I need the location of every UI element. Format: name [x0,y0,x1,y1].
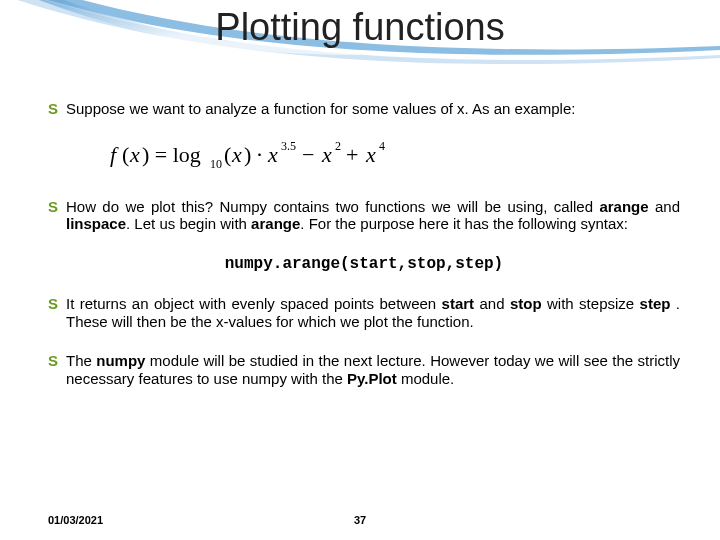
svg-text:x: x [231,142,242,167]
svg-text:f: f [110,142,119,167]
formula: f ( x ) = log 10 ( x ) · x 3.5 − x 2 + x… [110,140,680,172]
bullet-2-text: How do we plot this? Numpy contains two … [66,198,680,233]
code-syntax: numpy.arange(start,stop,step) [48,255,680,273]
footer-page-number: 37 [0,514,720,526]
svg-text:(: ( [224,142,231,167]
svg-text:−: − [302,142,314,167]
bullet-3: S It returns an object with evenly space… [48,295,680,330]
bullet-1: S Suppose we want to analyze a function … [48,100,680,118]
slide-title: Plotting functions [0,6,720,49]
svg-text:) ·: ) · [244,142,262,167]
slide: Plotting functions S Suppose we want to … [0,0,720,540]
svg-text:x: x [365,142,376,167]
bullet-1-text: Suppose we want to analyze a function fo… [66,100,680,118]
svg-text:(: ( [122,142,129,167]
bullet-marker-icon: S [48,198,66,216]
bullet-4: S The numpy module will be studied in th… [48,352,680,387]
bullet-2: S How do we plot this? Numpy contains tw… [48,198,680,233]
svg-text:2: 2 [335,140,341,153]
svg-text:x: x [321,142,332,167]
slide-body: S Suppose we want to analyze a function … [48,100,680,410]
svg-text:x: x [267,142,278,167]
svg-text:10: 10 [210,157,222,171]
svg-text:+: + [346,142,358,167]
bullet-marker-icon: S [48,100,66,118]
bullet-marker-icon: S [48,352,66,370]
svg-text:4: 4 [379,140,385,153]
svg-text:) = log: ) = log [142,142,201,167]
svg-text:3.5: 3.5 [281,140,296,153]
svg-text:x: x [129,142,140,167]
bullet-4-text: The numpy module will be studied in the … [66,352,680,387]
bullet-marker-icon: S [48,295,66,313]
bullet-3-text: It returns an object with evenly spaced … [66,295,680,330]
